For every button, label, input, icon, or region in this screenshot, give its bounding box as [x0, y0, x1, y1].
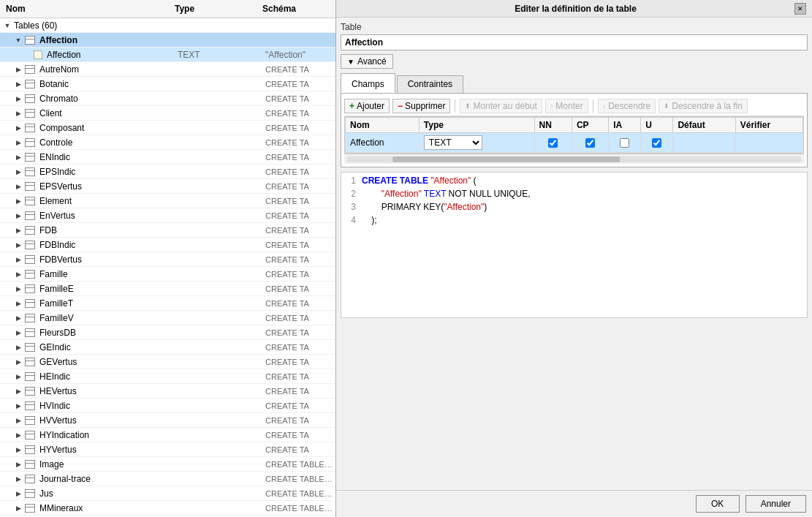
monter-debut-icon: ⬆: [465, 102, 471, 110]
fields-table: Nom Type NN CP IA U Défaut Vérifier: [345, 117, 803, 153]
table-row[interactable]: ▶ AutreNom CREATE TA: [0, 62, 335, 77]
expand-icon[interactable]: ▶: [14, 460, 23, 469]
expand-icon[interactable]: ▶: [14, 197, 23, 205]
table-row[interactable]: ▶ GEVertus CREATE TA: [0, 355, 335, 369]
expand-icon[interactable]: ▶: [14, 387, 23, 396]
expand-icon[interactable]: ▶: [14, 416, 23, 425]
root-row[interactable]: ▼ Tables (60): [0, 18, 335, 33]
expand-icon[interactable]: ▶: [14, 255, 23, 264]
close-button[interactable]: ✕: [794, 3, 806, 15]
table-row[interactable]: ▶ MMineraux CREATE TABLE `MMineraux` ( `…: [0, 501, 335, 516]
descendre-fin-button[interactable]: ⬇ Descendre à la fin: [659, 99, 748, 113]
table-row[interactable]: Affection TEXT "Affection": [0, 48, 335, 62]
expand-icon[interactable]: ▶: [14, 475, 23, 483]
table-row[interactable]: ▶ EPSIndic CREATE TA: [0, 165, 335, 179]
table-row[interactable]: ▶ FamilleT CREATE TA: [0, 296, 335, 311]
expand-icon[interactable]: ▶: [14, 226, 23, 235]
expand-icon[interactable]: ▶: [14, 314, 23, 322]
table-row[interactable]: ▶ Chromato CREATE TA: [0, 91, 335, 106]
expand-icon[interactable]: ▶: [14, 124, 23, 132]
table-row[interactable]: ▶ HYIndication CREATE TA: [0, 428, 335, 442]
expand-icon[interactable]: ▶: [14, 182, 23, 191]
table-row[interactable]: ▶ Famille CREATE TA: [0, 267, 335, 282]
expand-icon[interactable]: ▶: [14, 284, 23, 293]
tab-champs[interactable]: Champs: [341, 73, 395, 93]
avance-button[interactable]: ▼ Avancé: [341, 54, 393, 69]
ok-button[interactable]: OK: [696, 495, 740, 513]
field-type-cell[interactable]: TEXT INTEGER REAL BLOB: [419, 133, 534, 153]
expand-icon[interactable]: ▶: [14, 445, 23, 454]
expand-icon[interactable]: ▶: [14, 65, 23, 74]
expand-icon[interactable]: ▶: [14, 358, 23, 366]
expand-icon[interactable]: ▶: [14, 94, 23, 103]
expand-icon[interactable]: ▶: [14, 489, 23, 498]
table-row[interactable]: ▶ EPSVertus CREATE TA: [0, 179, 335, 194]
expand-icon[interactable]: ▶: [14, 431, 23, 439]
table-row[interactable]: ▶ FDB CREATE TA: [0, 223, 335, 238]
expand-icon[interactable]: ▶: [14, 153, 23, 162]
expand-icon[interactable]: ▶: [14, 343, 23, 352]
table-row[interactable]: ▶ HEIndic CREATE TA: [0, 369, 335, 384]
header-defaut: Défaut: [673, 118, 735, 133]
field-cp-cell[interactable]: [572, 133, 608, 153]
ia-checkbox[interactable]: [620, 138, 629, 148]
u-checkbox[interactable]: [652, 138, 661, 148]
expand-icon[interactable]: ▶: [14, 401, 23, 410]
expand-icon[interactable]: ▶: [14, 241, 23, 249]
table-name-input[interactable]: [341, 34, 808, 50]
nn-checkbox[interactable]: [548, 138, 558, 148]
expand-icon[interactable]: ▶: [14, 372, 23, 381]
expand-icon[interactable]: ▼: [14, 36, 23, 45]
descendre-button[interactable]: ↓ Descendre: [598, 99, 656, 113]
table-row[interactable]: ▶ HVIndic CREATE TA: [0, 399, 335, 413]
table-name: Controle: [39, 137, 72, 148]
ajouter-button[interactable]: + Ajouter: [344, 99, 390, 113]
expand-icon[interactable]: ▶: [14, 270, 23, 279]
expand-icon[interactable]: ▶: [14, 80, 23, 88]
type-select[interactable]: TEXT INTEGER REAL BLOB: [424, 135, 482, 150]
field-ia-cell[interactable]: [609, 133, 641, 153]
monter-button[interactable]: ↑ Monter: [545, 99, 588, 113]
table-row[interactable]: ▶ FleursDB CREATE TA: [0, 325, 335, 340]
table-row[interactable]: ▶ FamilleE CREATE TA: [0, 282, 335, 296]
expand-icon[interactable]: ▶: [14, 211, 23, 220]
table-row[interactable]: ▶ Image CREATE TABLE "Image" ( `NumM` IN…: [0, 457, 335, 472]
table-row[interactable]: ▶ HEVertus CREATE TA: [0, 384, 335, 399]
supprimer-button[interactable]: − Supprimer: [392, 99, 450, 113]
table-row[interactable]: ▶ ENIndic CREATE TA: [0, 150, 335, 165]
scroll-thumb[interactable]: [392, 156, 620, 162]
expand-icon[interactable]: ▶: [14, 299, 23, 308]
table-row[interactable]: ▶ GEIndic CREATE TA: [0, 340, 335, 355]
table-row[interactable]: ▶ Composant CREATE TA: [0, 121, 335, 135]
table-row[interactable]: ▶ Jus CREATE TABLE `Jus` ( `Jus` TEXT, `…: [0, 486, 335, 501]
table-row[interactable]: ▶ Element CREATE TA: [0, 194, 335, 208]
monter-debut-button[interactable]: ⬆ Monter au début: [460, 99, 542, 113]
table-row[interactable]: ▶ FamilleV CREATE TA: [0, 311, 335, 325]
expand-icon[interactable]: ▶: [14, 328, 23, 337]
tab-contraintes[interactable]: Contraintes: [397, 75, 463, 93]
expand-root[interactable]: ▼: [3, 21, 12, 30]
annuler-button[interactable]: Annuler: [745, 495, 806, 513]
horizontal-scrollbar[interactable]: [344, 154, 804, 164]
table-row[interactable]: ▼ Affection: [0, 33, 335, 48]
cp-checkbox[interactable]: [585, 138, 595, 148]
table-row[interactable]: ▶ Controle CREATE TA: [0, 135, 335, 150]
table-row[interactable]: ▶ Journal-trace CREATE TABLE `Journal-tr…: [0, 472, 335, 486]
field-u-cell[interactable]: [641, 133, 673, 153]
table-row[interactable]: ▶ EnVertus CREATE TA: [0, 208, 335, 223]
sql-line: 1 CREATE TABLE "Affection" (: [344, 176, 804, 189]
header-nn: NN: [534, 118, 572, 133]
expand-icon[interactable]: ▶: [14, 167, 23, 176]
table-row[interactable]: ▶ FDBIndic CREATE TA: [0, 238, 335, 252]
expand-icon[interactable]: ▶: [14, 504, 23, 513]
expand-icon[interactable]: ▶: [14, 109, 23, 118]
table-row[interactable]: ▶ Botanic CREATE TA: [0, 77, 335, 91]
table-row[interactable]: ▶ HYVertus CREATE TA: [0, 442, 335, 457]
table-row[interactable]: ▶ Client CREATE TA: [0, 106, 335, 121]
monter-icon: ↑: [550, 102, 554, 110]
field-nn-cell[interactable]: [534, 133, 572, 153]
field-defaut-cell: [673, 133, 735, 153]
table-row[interactable]: ▶ HVVertus CREATE TA: [0, 413, 335, 428]
expand-icon[interactable]: ▶: [14, 138, 23, 147]
table-row[interactable]: ▶ FDBVertus CREATE TA: [0, 252, 335, 267]
